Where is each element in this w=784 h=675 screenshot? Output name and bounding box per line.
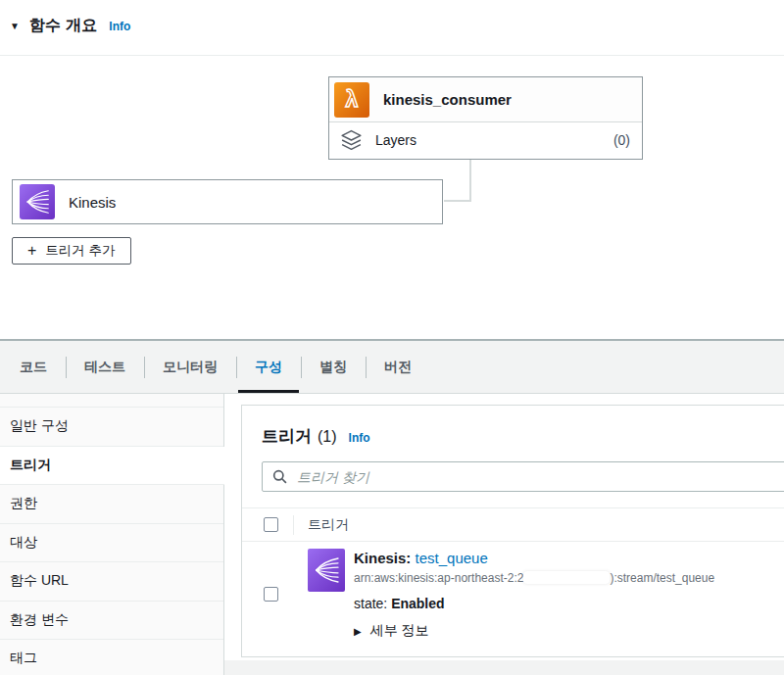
- connector-vertical: [469, 160, 471, 201]
- triggers-info-link[interactable]: Info: [349, 431, 370, 445]
- triggers-panel: 트리거 (1) Info: [241, 405, 784, 657]
- sidebar-item-triggers[interactable]: 트리거: [0, 447, 224, 486]
- layers-label: Layers: [375, 132, 416, 148]
- trigger-service-name: Kinesis:: [354, 550, 411, 566]
- trigger-column-header: 트리거: [308, 516, 349, 534]
- trigger-name-link[interactable]: test_queue: [416, 550, 488, 566]
- sidebar-item-function-url[interactable]: 함수 URL: [0, 562, 223, 602]
- function-node-header[interactable]: λ kinesis_consumer: [329, 77, 642, 122]
- kinesis-icon: [308, 549, 345, 592]
- layers-row[interactable]: Layers (0): [329, 122, 642, 158]
- details-expander[interactable]: ▶ 세부 정보: [354, 622, 714, 640]
- triggers-count: (1): [318, 428, 337, 446]
- config-sidebar: 일반 구성 트리거 권한 대상 함수 URL 환경 변수 태그: [0, 394, 224, 675]
- tab-aliases[interactable]: 별칭: [301, 341, 366, 393]
- section-divider: [0, 55, 784, 56]
- kinesis-icon: [20, 184, 55, 219]
- lambda-icon: λ: [334, 82, 369, 118]
- layers-count: (0): [613, 132, 630, 148]
- triggers-table-header: 트리거: [242, 507, 784, 542]
- triggers-panel-header: 트리거 (1) Info: [262, 425, 784, 448]
- triangle-right-icon: ▶: [354, 626, 362, 637]
- sidebar-item-env-vars[interactable]: 환경 변수: [0, 602, 223, 641]
- configuration-content: 일반 구성 트리거 권한 대상 함수 URL 환경 변수 태그 트리거 (1) …: [0, 394, 784, 675]
- triangle-down-icon: ▼: [10, 21, 20, 31]
- sidebar-item-destinations[interactable]: 대상: [0, 524, 223, 563]
- kinesis-trigger-node[interactable]: Kinesis: [12, 179, 443, 224]
- tab-configuration[interactable]: 구성: [236, 341, 301, 393]
- triggers-panel-title: 트리거: [262, 425, 312, 448]
- tab-monitoring[interactable]: 모니터링: [144, 341, 236, 393]
- trigger-arn: arn:aws:kinesis:ap-northeast-2:2):stream…: [354, 570, 714, 586]
- sidebar-item-permissions[interactable]: 권한: [0, 485, 223, 524]
- tab-test[interactable]: 테스트: [66, 341, 144, 393]
- trigger-search-box[interactable]: [262, 461, 784, 492]
- triggers-panel-column: 트리거 (1) Info: [224, 394, 784, 675]
- tab-code[interactable]: 코드: [1, 341, 66, 393]
- triggers-table: 트리거: [242, 507, 784, 653]
- function-name: kinesis_consumer: [383, 91, 512, 108]
- function-overview-title: 함수 개요: [29, 16, 97, 36]
- table-row: Kinesis: test_queue arn:aws:kinesis:ap-n…: [242, 542, 784, 653]
- overview-info-link[interactable]: Info: [109, 20, 130, 33]
- trigger-search-input[interactable]: [297, 469, 784, 485]
- function-node[interactable]: λ kinesis_consumer Layers (0): [328, 76, 643, 160]
- sidebar-item-tags[interactable]: 태그: [0, 640, 223, 675]
- trigger-state: state: Enabled: [354, 595, 714, 612]
- sidebar-item-general-config[interactable]: 일반 구성: [0, 408, 223, 447]
- select-all-checkbox[interactable]: [264, 517, 278, 532]
- function-overview-toggle[interactable]: ▼ 함수 개요 Info: [10, 16, 130, 36]
- redacted-account-id: [523, 571, 610, 584]
- connector-horizontal: [444, 200, 471, 202]
- layers-icon: [339, 128, 364, 153]
- kinesis-node-label: Kinesis: [69, 194, 116, 211]
- add-trigger-button[interactable]: + 트리거 추가: [12, 237, 131, 265]
- page-background: [224, 660, 784, 675]
- function-overview-section: ▼ 함수 개요 Info λ kinesis_consumer Layers (…: [0, 0, 784, 339]
- tab-bar: 코드 테스트 모니터링 구성 별칭 버전: [0, 339, 784, 394]
- row-checkbox[interactable]: [264, 587, 278, 602]
- plus-icon: +: [27, 243, 36, 259]
- trigger-state-value: Enabled: [391, 596, 444, 611]
- search-icon: [272, 469, 287, 484]
- tab-versions[interactable]: 버전: [366, 341, 430, 393]
